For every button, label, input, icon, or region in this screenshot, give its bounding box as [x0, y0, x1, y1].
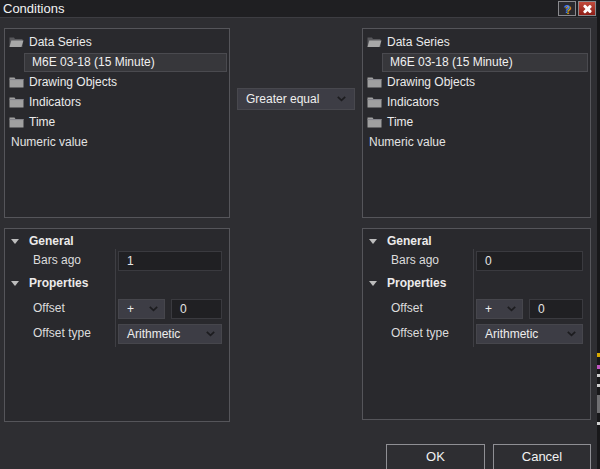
general-section-header[interactable]: General	[11, 233, 74, 249]
folder-closed-icon	[367, 116, 382, 128]
general-section-header[interactable]: General	[369, 233, 432, 249]
tree-item-instrument[interactable]: M6E 03-18 (15 Minute)	[363, 52, 590, 72]
offset-type-label: Offset type	[391, 323, 449, 343]
tree-item-label: Indicators	[29, 95, 81, 109]
ok-button[interactable]: OK	[386, 444, 485, 469]
offset-type-dropdown[interactable]: Arithmetic	[118, 324, 222, 344]
bars-ago-label: Bars ago	[391, 250, 439, 270]
selected-tree-item[interactable]: M6E 03-18 (15 Minute)	[24, 53, 227, 72]
offset-operator-dropdown[interactable]: +	[118, 299, 165, 319]
help-button[interactable]: ?	[558, 1, 576, 16]
chevron-down-icon	[149, 306, 158, 312]
tree-item-label: Indicators	[387, 95, 439, 109]
help-icon: ?	[564, 3, 571, 15]
collapse-triangle-icon	[11, 239, 19, 244]
tree-item-indicators[interactable]: Indicators	[5, 92, 229, 112]
tree-item-label: Time	[387, 115, 413, 129]
close-button[interactable]	[578, 1, 596, 16]
bars-ago-input[interactable]: 1	[118, 251, 222, 271]
properties-section-header[interactable]: Properties	[11, 275, 88, 291]
tree-item-data-series[interactable]: Data Series	[5, 32, 229, 52]
tree-item-drawing-objects[interactable]: Drawing Objects	[363, 72, 590, 92]
grid-divider	[473, 249, 474, 347]
tree-item-numeric-value[interactable]: Numeric value	[363, 132, 590, 152]
tree-item-label: Drawing Objects	[387, 75, 475, 89]
chevron-down-icon	[567, 331, 576, 337]
collapse-triangle-icon	[369, 281, 377, 286]
operator-dropdown[interactable]: Greater equal	[237, 88, 355, 110]
tree-item-label: Data Series	[387, 35, 450, 49]
left-properties-panel: General Bars ago 1 Properties Offset + 0…	[4, 228, 230, 422]
collapse-triangle-icon	[369, 239, 377, 244]
chevron-down-icon	[337, 96, 346, 102]
tree-item-label: M6E 03-18 (15 Minute)	[390, 55, 513, 69]
title-bar: Conditions	[0, 0, 597, 18]
left-condition-tree: Data Series M6E 03-18 (15 Minute) Drawin…	[4, 28, 230, 218]
folder-closed-icon	[9, 116, 24, 128]
offset-value-input[interactable]: 0	[529, 299, 583, 319]
offset-type-dropdown[interactable]: Arithmetic	[476, 324, 583, 344]
selected-tree-item[interactable]: M6E 03-18 (15 Minute)	[382, 53, 588, 72]
right-condition-tree: Data Series M6E 03-18 (15 Minute) Drawin…	[362, 28, 591, 218]
collapse-triangle-icon	[11, 281, 19, 286]
properties-section-header[interactable]: Properties	[369, 275, 446, 291]
tree-item-instrument[interactable]: M6E 03-18 (15 Minute)	[5, 52, 229, 72]
offset-label: Offset	[33, 298, 65, 318]
tree-item-time[interactable]: Time	[5, 112, 229, 132]
folder-open-icon	[367, 36, 382, 48]
offset-value-input[interactable]: 0	[171, 299, 222, 319]
tree-item-data-series[interactable]: Data Series	[363, 32, 590, 52]
cancel-button[interactable]: Cancel	[493, 444, 591, 469]
folder-closed-icon	[9, 96, 24, 108]
tree-item-indicators[interactable]: Indicators	[363, 92, 590, 112]
offset-type-label: Offset type	[33, 323, 91, 343]
tree-item-drawing-objects[interactable]: Drawing Objects	[5, 72, 229, 92]
close-icon	[582, 4, 592, 14]
chevron-down-icon	[206, 331, 215, 337]
tree-item-time[interactable]: Time	[363, 112, 590, 132]
dialog-title: Conditions	[3, 1, 64, 16]
right-properties-panel: General Bars ago 0 Properties Offset + 0…	[362, 228, 591, 420]
tree-item-label: Time	[29, 115, 55, 129]
tree-item-label: Data Series	[29, 35, 92, 49]
tree-item-label: M6E 03-18 (15 Minute)	[32, 55, 155, 69]
chevron-down-icon	[507, 306, 516, 312]
tree-item-label: Drawing Objects	[29, 75, 117, 89]
grid-divider	[115, 249, 116, 347]
folder-closed-icon	[367, 76, 382, 88]
offset-operator-dropdown[interactable]: +	[476, 299, 523, 319]
offset-label: Offset	[391, 298, 423, 318]
operator-value: Greater equal	[246, 92, 319, 106]
bars-ago-input[interactable]: 0	[476, 251, 583, 271]
folder-open-icon	[9, 36, 24, 48]
folder-closed-icon	[9, 76, 24, 88]
conditions-dialog: { "window": { "title": "Conditions", "he…	[0, 0, 600, 469]
tree-item-numeric-value[interactable]: Numeric value	[5, 132, 229, 152]
tree-item-label: Numeric value	[369, 135, 446, 149]
tree-item-label: Numeric value	[11, 135, 88, 149]
folder-closed-icon	[367, 96, 382, 108]
bars-ago-label: Bars ago	[33, 250, 81, 270]
